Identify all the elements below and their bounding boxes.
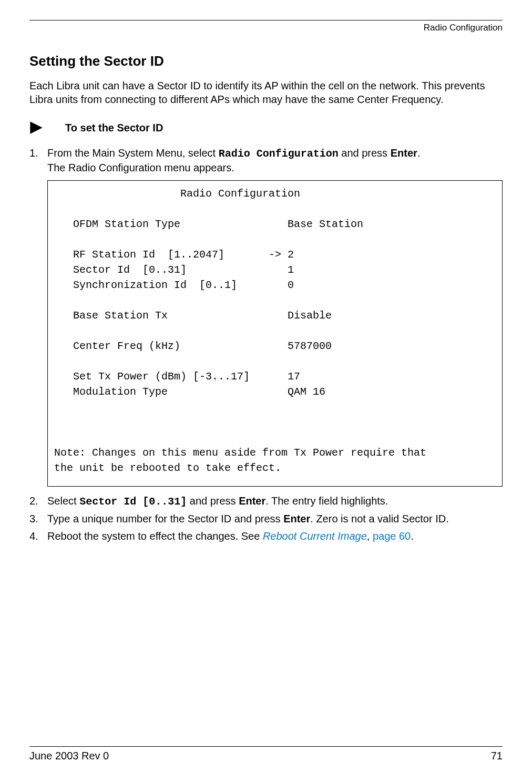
- terminal-line-center-freq: Center Freq (kHz) 5787000: [54, 340, 332, 352]
- step-1-line2: The Radio Configuration menu appears.: [47, 162, 234, 173]
- step-4-comma: ,: [367, 530, 373, 542]
- step-4-link[interactable]: Reboot Current Image: [263, 530, 367, 542]
- step-1-text-mid: and press: [339, 147, 391, 159]
- step-3-number: 3.: [29, 512, 47, 526]
- terminal-line-sync-id: Synchronization Id [0..1] 0: [54, 279, 294, 291]
- step-4-link-page[interactable]: page 60: [373, 530, 411, 542]
- terminal-note-line1: Note: Changes on this menu aside from Tx…: [54, 447, 426, 459]
- section-title: Setting the Sector ID: [29, 53, 503, 69]
- step-4-text-pre: Reboot the system to effect the changes.…: [47, 530, 263, 542]
- step-2-number: 2.: [29, 494, 47, 509]
- step-4: 4. Reboot the system to effect the chang…: [29, 529, 503, 543]
- terminal-line-tx-power: Set Tx Power (dBm) [-3...17] 17: [54, 371, 300, 383]
- footer-date: June 2003 Rev 0: [29, 750, 109, 762]
- step-3-text-pre: Type a unique number for the Sector ID a…: [47, 513, 283, 524]
- step-2-text-pre: Select: [47, 495, 79, 507]
- terminal-title: Radio Configuration: [54, 188, 300, 200]
- terminal-line-base-station-tx: Base Station Tx Disable: [54, 310, 332, 322]
- step-1-text-pre: From the Main System Menu, select: [47, 147, 219, 159]
- section-intro: Each Libra unit can have a Sector ID to …: [29, 79, 503, 106]
- terminal-note-line2: the unit be rebooted to take effect.: [54, 462, 281, 474]
- step-2-key: Enter: [239, 495, 265, 507]
- step-2: 2. Select Sector Id [0..31] and press En…: [29, 494, 503, 509]
- header-section-label: Radio Configuration: [29, 23, 503, 33]
- step-1-key: Enter: [391, 147, 417, 159]
- step-1-code: Radio Configuration: [219, 148, 339, 160]
- terminal-line-rf-station-id: RF Station Id [1..2047] -> 2: [54, 249, 294, 261]
- procedure-arrow-icon: [29, 121, 43, 135]
- step-1-number: 1.: [29, 146, 47, 175]
- step-1-text-post: .: [417, 147, 421, 159]
- terminal-line-ofdm: OFDM Station Type Base Station: [54, 218, 363, 230]
- step-3-text-post: . Zero is not a valid Sector ID.: [310, 513, 448, 524]
- footer-page-number: 71: [491, 750, 503, 762]
- terminal-line-sector-id: Sector Id [0..31] 1: [54, 264, 294, 276]
- svg-marker-0: [30, 121, 42, 133]
- step-1: 1. From the Main System Menu, select Rad…: [29, 146, 503, 175]
- step-2-text-mid: and press: [187, 495, 239, 507]
- step-3-key: Enter: [283, 513, 310, 524]
- terminal-output: Radio Configuration OFDM Station Type Ba…: [47, 180, 503, 487]
- step-4-number: 4.: [29, 529, 47, 543]
- step-4-text-post: .: [411, 530, 414, 542]
- step-2-text-post: . The entry field highlights.: [265, 495, 388, 507]
- step-2-code: Sector Id [0..31]: [79, 496, 187, 508]
- step-3: 3. Type a unique number for the Sector I…: [29, 512, 503, 526]
- terminal-line-modulation: Modulation Type QAM 16: [54, 386, 325, 398]
- procedure-heading: To set the Sector ID: [65, 122, 163, 134]
